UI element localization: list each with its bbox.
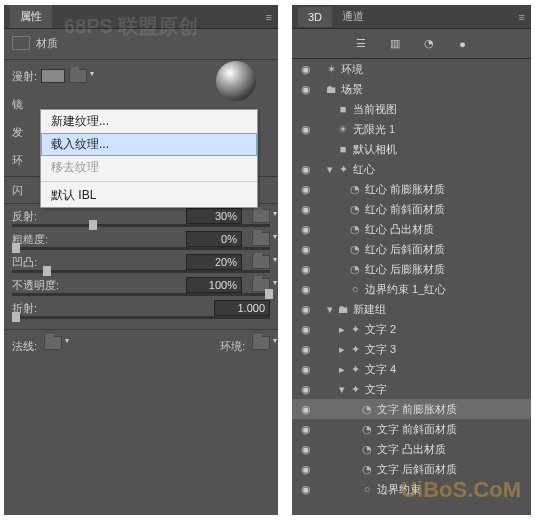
visibility-icon[interactable]: ◉	[298, 243, 314, 256]
visibility-icon[interactable]: ◉	[298, 263, 314, 276]
visibility-icon[interactable]: ◉	[298, 343, 314, 356]
tree-environment[interactable]: ◉✶环境	[292, 59, 531, 79]
visibility-icon[interactable]: ◉	[298, 323, 314, 336]
tree-new-group[interactable]: ◉▾🖿新建组	[292, 299, 531, 319]
reflect-slider[interactable]	[12, 224, 270, 227]
bump-value[interactable]	[186, 254, 242, 270]
visibility-icon[interactable]: ◉	[298, 123, 314, 136]
light-icon: ☀	[336, 123, 350, 136]
tree-text3[interactable]: ◉▸✦文字 3	[292, 339, 531, 359]
bump-texture-picker[interactable]	[252, 255, 270, 269]
scene-tree: ◉✶环境 ◉🖿场景 ■当前视图 ◉☀无限光 1 ■默认相机 ◉▾✦红心 ◉◔红心…	[292, 59, 531, 499]
tree-text[interactable]: ◉▾✦文字	[292, 379, 531, 399]
visibility-icon[interactable]: ◉	[298, 183, 314, 196]
env-texture-picker[interactable]	[252, 336, 270, 350]
mesh-icon: ✦	[348, 343, 362, 356]
menu-default-ibl[interactable]: 默认 IBL	[41, 184, 257, 207]
disclose-icon[interactable]: ▾	[324, 303, 336, 316]
left-tabbar: 属性 ≡	[4, 5, 278, 29]
tree-t-front[interactable]: ◉◔文字 前膨胀材质	[292, 399, 531, 419]
roughness-texture-picker[interactable]	[252, 232, 270, 246]
disclose-icon[interactable]: ▾	[324, 163, 336, 176]
scene-icon: 🖿	[324, 83, 338, 95]
tree-hx-extrude[interactable]: ◉◔红心 凸出材质	[292, 219, 531, 239]
tree-hx-bevel[interactable]: ◉◔红心 前斜面材质	[292, 199, 531, 219]
filter-scene-icon[interactable]: ☰	[352, 35, 370, 53]
diffuse-texture-picker[interactable]	[69, 69, 87, 83]
material-icon: ◔	[360, 403, 374, 416]
tab-channels[interactable]: 通道	[332, 5, 374, 28]
refract-slider[interactable]	[12, 316, 270, 319]
disclose-icon[interactable]: ▸	[336, 343, 348, 356]
material-icon: ◔	[348, 243, 362, 256]
visibility-icon[interactable]: ◉	[298, 303, 314, 316]
disclose-icon[interactable]: ▸	[336, 363, 348, 376]
specular-label-cut: 镜	[12, 97, 23, 112]
tree-hx-back[interactable]: ◉◔红心 后膨胀材质	[292, 259, 531, 279]
opacity-slider[interactable]	[12, 293, 270, 296]
tree-t-extrude[interactable]: ◉◔文字 凸出材质	[292, 439, 531, 459]
reflect-row: 反射:	[4, 206, 278, 229]
properties-panel: 属性 ≡ 材质 漫射: 镜 发 环 闪 反射: 粗糙度:	[4, 5, 278, 515]
roughness-slider[interactable]	[12, 247, 270, 250]
visibility-icon[interactable]: ◉	[298, 463, 314, 476]
tab-properties[interactable]: 属性	[10, 5, 52, 28]
reflect-texture-picker[interactable]	[252, 209, 270, 223]
tree-hx-front[interactable]: ◉◔红心 前膨胀材质	[292, 179, 531, 199]
visibility-icon[interactable]: ◉	[298, 223, 314, 236]
visibility-icon[interactable]: ◉	[298, 63, 314, 76]
disclose-icon[interactable]: ▾	[336, 383, 348, 396]
bump-slider[interactable]	[12, 270, 270, 273]
diffuse-swatch[interactable]	[41, 69, 65, 83]
disclose-icon[interactable]: ▸	[336, 323, 348, 336]
refract-row: 折射:	[4, 298, 278, 321]
material-icon: ◔	[360, 463, 374, 476]
material-preview-sphere[interactable]	[216, 61, 256, 101]
material-icon: ◔	[348, 183, 362, 196]
tree-text4[interactable]: ◉▸✦文字 4	[292, 359, 531, 379]
tree-hongxin[interactable]: ◉▾✦红心	[292, 159, 531, 179]
tree-t-bevel[interactable]: ◉◔文字 前斜面材质	[292, 419, 531, 439]
visibility-icon[interactable]: ◉	[298, 283, 314, 296]
tree-t-bound[interactable]: ◉○边界约束	[292, 479, 531, 499]
visibility-icon[interactable]: ◉	[298, 423, 314, 436]
filter-meshes-icon[interactable]: ▥	[386, 35, 404, 53]
roughness-value[interactable]	[186, 231, 242, 247]
visibility-icon[interactable]: ◉	[298, 383, 314, 396]
tree-hx-bound[interactable]: ◉○边界约束 1_红心	[292, 279, 531, 299]
env-icon: ✶	[324, 63, 338, 76]
visibility-icon[interactable]: ◉	[298, 363, 314, 376]
tree-scene[interactable]: ◉🖿场景	[292, 79, 531, 99]
menu-new-texture[interactable]: 新建纹理...	[41, 110, 257, 133]
panel-menu-icon[interactable]: ≡	[266, 11, 272, 23]
tab-3d[interactable]: 3D	[298, 7, 332, 27]
menu-load-texture[interactable]: 载入纹理...	[41, 133, 257, 156]
mesh-icon: ✦	[348, 363, 362, 376]
visibility-icon[interactable]: ◉	[298, 483, 314, 496]
visibility-icon[interactable]: ◉	[298, 83, 314, 96]
refract-value[interactable]	[214, 300, 270, 316]
visibility-icon[interactable]: ◉	[298, 443, 314, 456]
mesh-icon: ✦	[336, 163, 350, 176]
mesh-icon: ✦	[348, 323, 362, 336]
opacity-row: 不透明度:	[4, 275, 278, 298]
visibility-icon[interactable]: ◉	[298, 163, 314, 176]
tree-default-cam[interactable]: ■默认相机	[292, 139, 531, 159]
bump-row: 凹凸:	[4, 252, 278, 275]
tree-hx-back-bevel[interactable]: ◉◔红心 后斜面材质	[292, 239, 531, 259]
tree-current-view[interactable]: ■当前视图	[292, 99, 531, 119]
reflect-value[interactable]	[186, 208, 242, 224]
tree-t-back-bevel[interactable]: ◉◔文字 后斜面材质	[292, 459, 531, 479]
3d-panel: 3D 通道 ≡ ☰ ▥ ◔ ● ◉✶环境 ◉🖿场景 ■当前视图 ◉☀无限光 1 …	[292, 5, 531, 515]
tree-text2[interactable]: ◉▸✦文字 2	[292, 319, 531, 339]
constraint-icon: ○	[360, 483, 374, 495]
tree-inf-light[interactable]: ◉☀无限光 1	[292, 119, 531, 139]
filter-materials-icon[interactable]: ◔	[420, 35, 438, 53]
visibility-icon[interactable]: ◉	[298, 203, 314, 216]
material-icon	[12, 36, 30, 50]
normals-texture-picker[interactable]	[44, 336, 62, 350]
filter-lights-icon[interactable]: ●	[454, 35, 472, 53]
opacity-value[interactable]	[186, 277, 242, 293]
panel-menu-icon[interactable]: ≡	[519, 11, 525, 23]
visibility-icon[interactable]: ◉	[298, 403, 314, 416]
